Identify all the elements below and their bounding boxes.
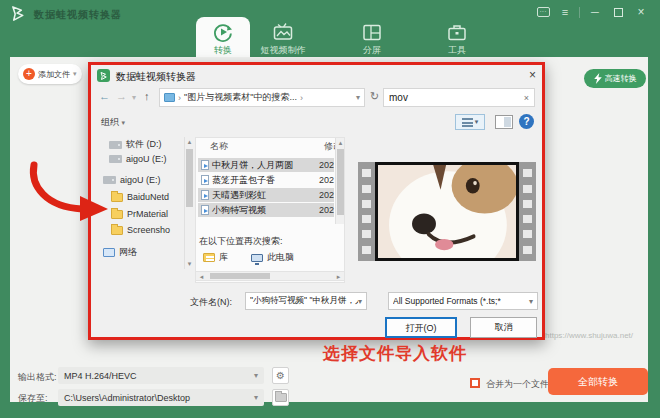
search-again-label: 在以下位置再次搜索:	[199, 235, 283, 248]
help-icon[interactable]: ?	[519, 114, 534, 129]
sidebar-item-baidunetdisk[interactable]: BaiduNetd	[111, 192, 169, 202]
chevron-down-icon[interactable]: ▾	[356, 93, 360, 102]
drive-icon	[109, 141, 122, 149]
search-input[interactable]	[389, 92, 524, 103]
clear-search-icon[interactable]: ×	[524, 93, 529, 103]
dialog-close-icon[interactable]: ×	[525, 68, 540, 83]
sidebar-item-screenshots[interactable]: Screensho	[111, 225, 170, 235]
file-row[interactable]: 小狗特写视频 202	[198, 203, 334, 217]
tab-label: 转换	[196, 44, 250, 57]
tab-convert[interactable]: 转换	[196, 17, 250, 57]
app-window: 数据蛙视频转换器 ··· ≡ ─ × 转换 短视频制作 分屏	[0, 0, 660, 418]
minimize-button[interactable]: ─	[586, 5, 604, 19]
dialog-logo-icon	[97, 69, 110, 82]
dog-image	[378, 165, 516, 258]
app-title: 数据蛙视频转换器	[34, 8, 122, 22]
open-output-folder-button[interactable]	[272, 389, 289, 406]
add-files-button[interactable]: + 添加文件 ▾	[18, 64, 82, 84]
filelist-hscrollbar[interactable]: ◂ ▸	[195, 271, 345, 281]
chevron-down-icon: ▾	[122, 119, 126, 126]
dialog-title: 数据蛙视频转换器	[116, 70, 196, 84]
fast-convert-button[interactable]: 高速转换	[584, 69, 646, 88]
format-settings-button[interactable]: ⚙	[272, 367, 289, 384]
gear-icon: ⚙	[276, 370, 285, 381]
scroll-up-icon[interactable]: ▴	[336, 139, 345, 147]
search-box: ×	[383, 88, 535, 107]
film-holes	[519, 162, 536, 261]
list-view-icon	[462, 118, 473, 127]
chevron-down-icon: ▾	[73, 70, 77, 78]
sidebar-item-prmaterial[interactable]: PrMaterial	[111, 209, 168, 219]
close-button[interactable]: ×	[632, 5, 650, 19]
filelist-scrollbar[interactable]: ▴	[335, 138, 344, 224]
video-maker-icon	[272, 21, 294, 43]
tab-label: 分屏	[351, 44, 393, 57]
tab-label: 短视频制作	[252, 44, 314, 57]
network-icon	[103, 248, 115, 257]
output-format-label: 输出格式:	[18, 371, 57, 384]
save-to-select[interactable]: C:\Users\Administrator\Desktop ▾	[58, 389, 264, 406]
breadcrumb[interactable]: › "图片与视频素材"中的搜索... › ▾	[159, 88, 365, 107]
location-libraries[interactable]: 库	[203, 251, 228, 264]
merge-checkbox[interactable]	[470, 378, 480, 388]
refresh-icon[interactable]: ↻	[370, 90, 379, 103]
scroll-down-icon[interactable]: ▾	[185, 260, 194, 268]
tab-tools[interactable]: 工具	[436, 17, 478, 57]
video-preview	[358, 162, 536, 261]
output-format-select[interactable]: MP4 H.264/HEVC ▾	[58, 367, 264, 384]
back-icon[interactable]: ←	[99, 90, 110, 102]
media-file-icon	[201, 190, 209, 200]
sidebar-item-network[interactable]: 网络	[103, 246, 137, 259]
history-caret-icon[interactable]: ▾	[132, 93, 136, 102]
toolbox-icon	[446, 21, 468, 43]
scroll-right-icon[interactable]: ▸	[334, 273, 343, 281]
sidebar-item-drive-e[interactable]: aigoU (E:)	[109, 154, 167, 164]
video-thumbnail[interactable]	[375, 162, 519, 261]
chevron-down-icon: ▾	[358, 297, 362, 306]
folder-icon	[275, 393, 287, 402]
scroll-up-icon[interactable]: ▴	[185, 138, 194, 146]
maximize-button[interactable]	[609, 5, 627, 19]
scroll-left-icon[interactable]: ◂	[197, 273, 206, 281]
sidebar-scrollbar[interactable]: ▴ ▾	[184, 137, 193, 269]
folder-icon	[111, 226, 123, 235]
annotation-text: 选择文件导入软件	[323, 342, 467, 365]
file-row[interactable]: 天晴遇到彩虹 202	[198, 188, 334, 202]
tab-label: 工具	[436, 44, 478, 57]
open-button[interactable]: 打开(O)	[385, 317, 457, 338]
convert-all-button[interactable]: 全部转换	[548, 368, 648, 395]
plus-icon: +	[23, 68, 35, 80]
feedback-icon[interactable]: ···	[534, 5, 552, 19]
location-this-pc[interactable]: 此电脑	[251, 251, 294, 264]
dialog-navbar: ← → ▾ ↑ › "图片与视频素材"中的搜索... › ▾ ↻ ×	[91, 87, 542, 108]
filename-input[interactable]: "小狗特写视频" "中秋月饼，人月 ▾	[245, 292, 367, 310]
save-to-label: 保存至:	[18, 392, 48, 405]
forward-icon[interactable]: →	[116, 90, 127, 102]
menu-icon[interactable]: ≡	[556, 5, 574, 19]
merge-checkbox-label: 合并为一个文件	[486, 378, 549, 391]
split-screen-icon	[361, 21, 383, 43]
organize-button[interactable]: 组织 ▾	[101, 116, 125, 129]
preview-pane-button[interactable]	[495, 115, 513, 129]
divider	[579, 7, 580, 18]
cancel-button[interactable]: 取消	[470, 317, 537, 338]
chevron-down-icon: ▾	[254, 371, 258, 380]
sidebar-item-drive-d[interactable]: 软件 (D:)	[109, 138, 162, 151]
tab-video-maker[interactable]: 短视频制作	[252, 17, 314, 57]
filename-label: 文件名(N):	[190, 296, 232, 309]
lightning-icon	[594, 73, 602, 84]
view-mode-button[interactable]: ▾	[455, 114, 485, 130]
file-row[interactable]: 蒸笼开盖包子香 202	[198, 173, 334, 187]
media-file-icon	[201, 205, 209, 215]
chevron-down-icon: ▾	[475, 118, 479, 126]
dialog-toolbar: 组织 ▾ ▾ ?	[91, 112, 542, 132]
app-titlebar: 数据蛙视频转换器 ··· ≡ ─ ×	[0, 0, 660, 28]
file-row[interactable]: 中秋月饼，人月两圆 202	[198, 158, 334, 172]
file-open-dialog: 数据蛙视频转换器 × ← → ▾ ↑ › "图片与视频素材"中的搜索... › …	[88, 62, 545, 340]
up-icon[interactable]: ↑	[144, 90, 150, 102]
column-name[interactable]: 名称	[210, 140, 228, 153]
folder-icon	[111, 210, 123, 219]
tab-split-screen[interactable]: 分屏	[351, 17, 393, 57]
chevron-down-icon: ▾	[254, 393, 258, 402]
format-select[interactable]: All Supported Formats (*.ts;* ▾	[388, 292, 538, 310]
